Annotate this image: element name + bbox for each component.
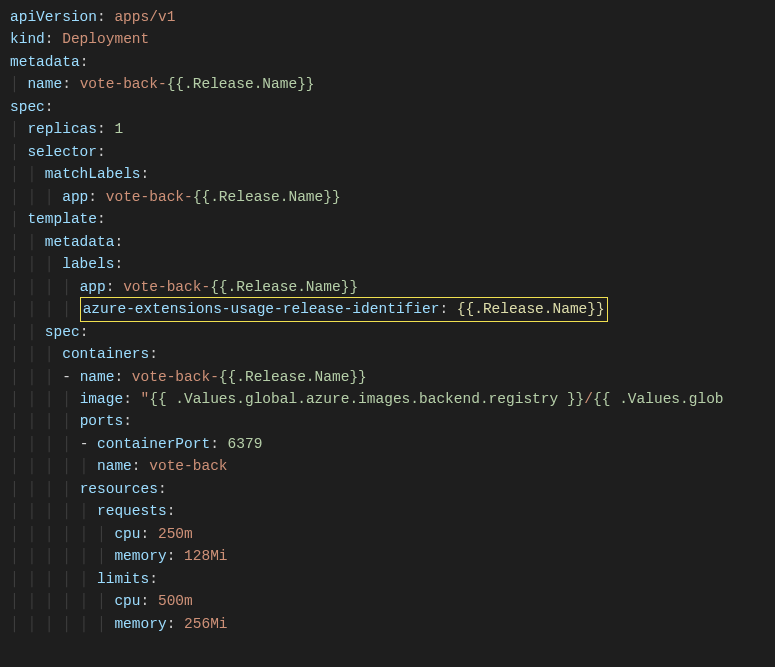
code-line: │ │ │ │ - containerPort: 6379 xyxy=(10,433,765,455)
indent-guide: │ │ xyxy=(10,324,45,340)
template-expr: {{.Release.Name}} xyxy=(219,369,367,385)
template-expr: {{.Release.Name}} xyxy=(167,76,315,92)
indent-guide: │ │ │ xyxy=(10,256,62,272)
indent-guide: │ xyxy=(10,211,27,227)
yaml-key: apiVersion xyxy=(10,9,97,25)
yaml-value: 256Mi xyxy=(184,616,228,632)
yaml-key: app xyxy=(62,189,88,205)
code-editor[interactable]: apiVersion: apps/v1 kind: Deployment met… xyxy=(10,6,765,635)
yaml-value: " xyxy=(141,391,150,407)
yaml-value: vote-back xyxy=(149,458,227,474)
yaml-key: memory xyxy=(114,616,166,632)
code-line: │ │ │ labels: xyxy=(10,253,765,275)
yaml-value: 1 xyxy=(114,121,123,137)
code-line: spec: xyxy=(10,96,765,118)
code-line: │ │ │ │ │ requests: xyxy=(10,500,765,522)
yaml-key: selector xyxy=(27,144,97,160)
yaml-value: apps/v1 xyxy=(114,9,175,25)
indent-guide: │ │ │ │ │ xyxy=(10,458,97,474)
yaml-value: vote-back- xyxy=(132,369,219,385)
yaml-key: name xyxy=(80,369,115,385)
yaml-key: labels xyxy=(62,256,114,272)
code-line: │ name: vote-back-{{.Release.Name}} xyxy=(10,73,765,95)
indent-guide: │ │ xyxy=(10,166,45,182)
indent-guide: │ │ │ │ xyxy=(10,481,80,497)
yaml-dash: - xyxy=(62,369,79,385)
code-line: │ │ │ │ │ │ memory: 256Mi xyxy=(10,613,765,635)
yaml-key: cpu xyxy=(114,593,140,609)
template-expr: {{.Release.Name}} xyxy=(193,189,341,205)
yaml-key: template xyxy=(27,211,97,227)
yaml-key: ports xyxy=(80,413,124,429)
yaml-key: app xyxy=(80,279,106,295)
indent-guide: │ │ │ xyxy=(10,346,62,362)
code-line: │ replicas: 1 xyxy=(10,118,765,140)
code-line: │ │ │ │ │ │ cpu: 500m xyxy=(10,590,765,612)
yaml-key: spec xyxy=(10,99,45,115)
code-line: apiVersion: apps/v1 xyxy=(10,6,765,28)
code-line: │ │ │ │ app: vote-back-{{.Release.Name}} xyxy=(10,276,765,298)
yaml-value: 128Mi xyxy=(184,548,228,564)
indent-guide: │ xyxy=(10,121,27,137)
indent-guide: │ │ │ │ │ │ xyxy=(10,526,114,542)
yaml-value: Deployment xyxy=(62,31,149,47)
template-expr: {{ .Values.glob xyxy=(593,391,724,407)
yaml-key: metadata xyxy=(10,54,80,70)
yaml-key: metadata xyxy=(45,234,115,250)
indent-guide: │ │ │ │ xyxy=(10,301,80,317)
indent-guide: │ │ │ │ xyxy=(10,391,80,407)
indent-guide: │ │ │ │ xyxy=(10,279,80,295)
yaml-key: limits xyxy=(97,571,149,587)
highlight-box: azure-extensions-usage-release-identifie… xyxy=(80,297,608,321)
code-line: │ │ │ containers: xyxy=(10,343,765,365)
indent-guide: │ │ │ │ xyxy=(10,413,80,429)
code-line: │ selector: xyxy=(10,141,765,163)
yaml-key: kind xyxy=(10,31,45,47)
yaml-key: cpu xyxy=(114,526,140,542)
yaml-value: 500m xyxy=(158,593,193,609)
indent-guide: │ xyxy=(10,76,27,92)
code-line: kind: Deployment xyxy=(10,28,765,50)
yaml-value: 250m xyxy=(158,526,193,542)
template-expr: {{ .Values.global.azure.images.backend.r… xyxy=(149,391,584,407)
yaml-key: requests xyxy=(97,503,167,519)
code-line: │ │ │ │ │ │ cpu: 250m xyxy=(10,523,765,545)
template-expr: {{.Release.Name}} xyxy=(210,279,358,295)
indent-guide: │ │ │ │ xyxy=(10,436,80,452)
indent-guide: │ │ │ │ │ xyxy=(10,571,97,587)
template-expr: {{.Release.Name}} xyxy=(457,301,605,317)
indent-guide: │ xyxy=(10,144,27,160)
code-line: metadata: xyxy=(10,51,765,73)
code-line: │ │ │ │ │ limits: xyxy=(10,568,765,590)
code-line: │ │ │ - name: vote-back-{{.Release.Name}… xyxy=(10,366,765,388)
code-line: │ template: xyxy=(10,208,765,230)
code-line: │ │ │ │ │ │ memory: 128Mi xyxy=(10,545,765,567)
yaml-dash: - xyxy=(80,436,97,452)
yaml-key: image xyxy=(80,391,124,407)
yaml-key: matchLabels xyxy=(45,166,141,182)
code-line: │ │ metadata: xyxy=(10,231,765,253)
yaml-value: vote-back- xyxy=(123,279,210,295)
yaml-key: containers xyxy=(62,346,149,362)
code-line: │ │ │ │ ports: xyxy=(10,410,765,432)
yaml-key: replicas xyxy=(27,121,97,137)
code-line: │ │ │ │ resources: xyxy=(10,478,765,500)
indent-guide: │ │ │ │ │ │ xyxy=(10,616,114,632)
code-line: │ │ │ app: vote-back-{{.Release.Name}} xyxy=(10,186,765,208)
yaml-key: azure-extensions-usage-release-identifie… xyxy=(83,301,440,317)
yaml-value: vote-back- xyxy=(80,76,167,92)
yaml-key: memory xyxy=(114,548,166,564)
code-line: │ │ │ │ image: "{{ .Values.global.azure.… xyxy=(10,388,765,410)
yaml-key: spec xyxy=(45,324,80,340)
code-line: │ │ matchLabels: xyxy=(10,163,765,185)
indent-guide: │ │ │ │ │ │ xyxy=(10,548,114,564)
yaml-value: 6379 xyxy=(228,436,263,452)
code-line: │ │ spec: xyxy=(10,321,765,343)
indent-guide: │ │ │ │ │ │ xyxy=(10,593,114,609)
code-line: │ │ │ │ azure-extensions-usage-release-i… xyxy=(10,298,765,320)
yaml-key: name xyxy=(27,76,62,92)
yaml-key: resources xyxy=(80,481,158,497)
yaml-key: name xyxy=(97,458,132,474)
indent-guide: │ │ │ │ │ xyxy=(10,503,97,519)
indent-guide: │ │ │ xyxy=(10,189,62,205)
